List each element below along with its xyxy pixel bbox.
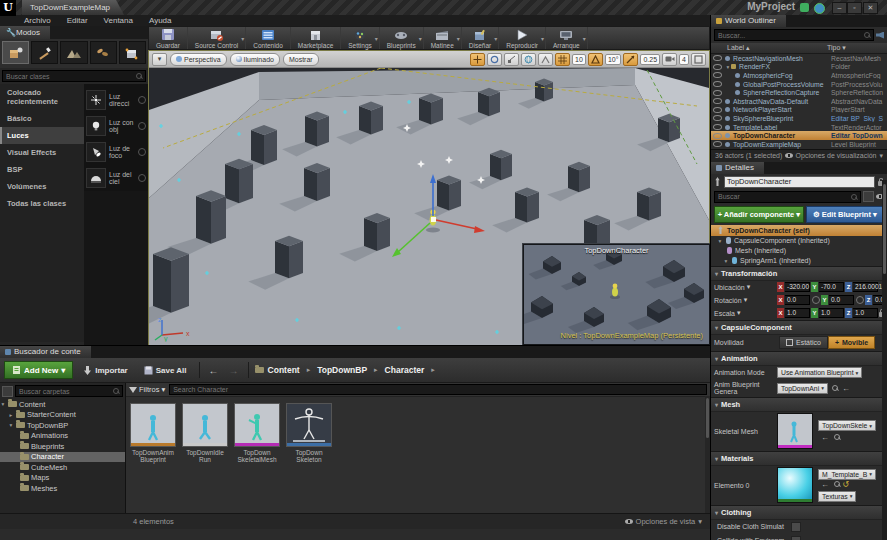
import-button[interactable]: Importar (77, 363, 133, 378)
surface-snap-button[interactable] (538, 53, 553, 66)
folder-row-meshes[interactable]: Meshes (0, 483, 125, 494)
location-z[interactable]: 216.0001 (853, 282, 878, 292)
mobility-movable-button[interactable]: +Movible (828, 336, 875, 349)
perspective-button[interactable]: Perspectiva (170, 53, 227, 66)
outliner-row[interactable]: ▾RenderFXFolder (711, 63, 887, 72)
component-row-mesh[interactable]: Mesh (Inherited) (711, 246, 887, 256)
folder-row-blueprints[interactable]: Blueprints (0, 441, 125, 452)
outliner-search-input[interactable] (718, 32, 864, 39)
scale-x[interactable]: 1.0 (785, 308, 810, 318)
menu-archivo[interactable]: Archivo (24, 16, 51, 25)
rotate-tool-button[interactable] (487, 53, 502, 66)
assets-scrollbar[interactable] (705, 396, 710, 513)
mode-landscape-button[interactable] (60, 41, 87, 64)
edit-blueprint-button[interactable]: ⚙ Edit Blueprint ▾ (806, 206, 884, 223)
asset-topdownidlerun[interactable]: TopDownIdleRun (182, 403, 228, 464)
outliner-row[interactable]: AbstractNavData-DefaultAbstractNavData (711, 97, 887, 106)
content-button[interactable]: Contenido (246, 27, 291, 49)
tab-world-outliner[interactable]: World Outliner (711, 15, 786, 27)
feedback-icon[interactable] (800, 3, 809, 12)
sources-toggle-icon[interactable] (2, 386, 13, 397)
classes-search[interactable] (2, 70, 146, 82)
checkbox[interactable] (791, 536, 801, 540)
expand-icon[interactable] (863, 191, 874, 202)
visibility-eye-icon[interactable] (713, 64, 722, 70)
rotation-dial-icon[interactable] (856, 296, 864, 304)
material-dropdown[interactable]: M_Template_B▾ (818, 469, 876, 480)
category-todas[interactable]: Todas las clases (0, 195, 84, 212)
filters-button[interactable]: Filtros ▾ (129, 385, 165, 394)
outliner-header[interactable]: Label ▴ Tipo ▾ (711, 43, 887, 54)
visibility-eye-icon[interactable] (713, 98, 722, 104)
visibility-eye-icon[interactable] (713, 90, 722, 96)
info-icon[interactable] (138, 148, 146, 156)
location-y[interactable]: -70.0 (819, 282, 844, 292)
outliner-row[interactable]: AtmosphericFogAtmosphericFog (711, 71, 887, 80)
item-point-light[interactable]: Luz con obj (84, 113, 148, 139)
blueprints-button[interactable]: Blueprints▾ (380, 27, 424, 49)
tab-details[interactable]: Detalles (711, 162, 764, 174)
level-tab[interactable]: TopDownExampleMap (22, 0, 124, 15)
back-button[interactable]: ← (206, 365, 222, 376)
browse-icon[interactable] (834, 434, 840, 440)
breadcrumb-character[interactable]: Character (385, 365, 425, 375)
outliner-row[interactable]: RecastNavigationMeshRecastNavMesh (711, 54, 887, 63)
info-icon[interactable] (138, 174, 146, 182)
rotation-y[interactable]: 0.0 (829, 295, 854, 305)
component-row-self[interactable]: TopDownCharacter (self) (711, 225, 887, 236)
rotation-label[interactable]: Rotación ▾ (714, 296, 776, 304)
mode-geometry-button[interactable] (119, 41, 146, 64)
section-animation[interactable]: ▾Animation (711, 351, 887, 366)
rotation-snap-value[interactable]: 10° (605, 54, 622, 65)
translate-tool-button[interactable] (470, 53, 485, 66)
folder-row-startercontent[interactable]: ▸StarterContent (0, 410, 125, 421)
asset-topdownskeleton[interactable]: TopDownSkeleton (286, 403, 332, 464)
outliner-search[interactable] (714, 29, 874, 41)
outliner-row[interactable]: SkySphereBlueprintEditar BP_Sky_S (711, 114, 887, 123)
save-button[interactable]: Guardar (149, 27, 188, 49)
visibility-eye-icon[interactable] (713, 141, 722, 147)
breadcrumb-content[interactable]: Content (268, 365, 300, 375)
details-scrollbar[interactable] (882, 180, 887, 540)
classes-search-input[interactable] (6, 73, 136, 80)
outliner-row[interactable]: TopDownExampleMapLevel Blueprint (711, 140, 887, 149)
folders-search-input[interactable] (19, 388, 113, 395)
folder-row-maps[interactable]: Maps (0, 473, 125, 484)
visibility-eye-icon[interactable] (713, 115, 722, 121)
marketplace-gem-icon[interactable] (814, 3, 825, 14)
viewport-options-button[interactable]: ▾ (152, 53, 167, 66)
location-x[interactable]: -320.00 (785, 282, 810, 292)
rotation-snap-button[interactable] (588, 53, 603, 66)
section-transform[interactable]: ▾Transformación (711, 266, 887, 281)
folder-row-topdownbp[interactable]: ▾TopDownBP (0, 420, 125, 431)
visibility-eye-icon[interactable] (713, 81, 722, 87)
category-bsp[interactable]: BSP (0, 161, 84, 178)
item-sky-light[interactable]: Luz del ciel (84, 165, 148, 191)
use-selected-icon[interactable]: ← (842, 384, 850, 393)
assets-search-input[interactable] (169, 384, 707, 395)
section-materials[interactable]: ▾Materials (711, 451, 887, 466)
folder-row-character[interactable]: Character (0, 452, 125, 463)
info-icon[interactable] (138, 122, 146, 130)
use-selected-icon[interactable]: ← (821, 433, 829, 442)
add-component-button[interactable]: + Añadir componente ▾ (714, 206, 804, 223)
rotation-x[interactable]: 0.0 (785, 295, 810, 305)
outliner-row[interactable]: SphereReflectionCaptureSphereReflection (711, 88, 887, 97)
skeletal-mesh-thumbnail[interactable] (777, 413, 813, 449)
maximize-button[interactable]: ▫ (847, 2, 862, 14)
menu-editar[interactable]: Editar (67, 16, 88, 25)
scale-z[interactable]: 1.0 (853, 308, 878, 318)
mobility-static-button[interactable]: Estático (779, 336, 828, 349)
scale-y[interactable]: 1.0 (819, 308, 844, 318)
scale-label[interactable]: Escala ▾ (714, 309, 776, 317)
checkbox[interactable] (791, 522, 801, 532)
visibility-eye-icon[interactable] (713, 133, 722, 139)
breadcrumb-topdownbp[interactable]: TopDownBP (317, 365, 367, 375)
settings-button[interactable]: Settings▾ (341, 27, 380, 49)
animation-mode-dropdown[interactable]: Use Animation Blueprint▾ (777, 367, 862, 378)
outliner-row[interactable]: NetworkPlayerStartPlayerStart (711, 106, 887, 115)
category-basico[interactable]: Básico (0, 110, 84, 127)
browse-icon[interactable] (832, 385, 838, 391)
matinee-button[interactable]: Matinee▾ (424, 27, 462, 49)
asset-topdownanimblueprint[interactable]: TopDownAnimBlueprint (130, 403, 176, 464)
